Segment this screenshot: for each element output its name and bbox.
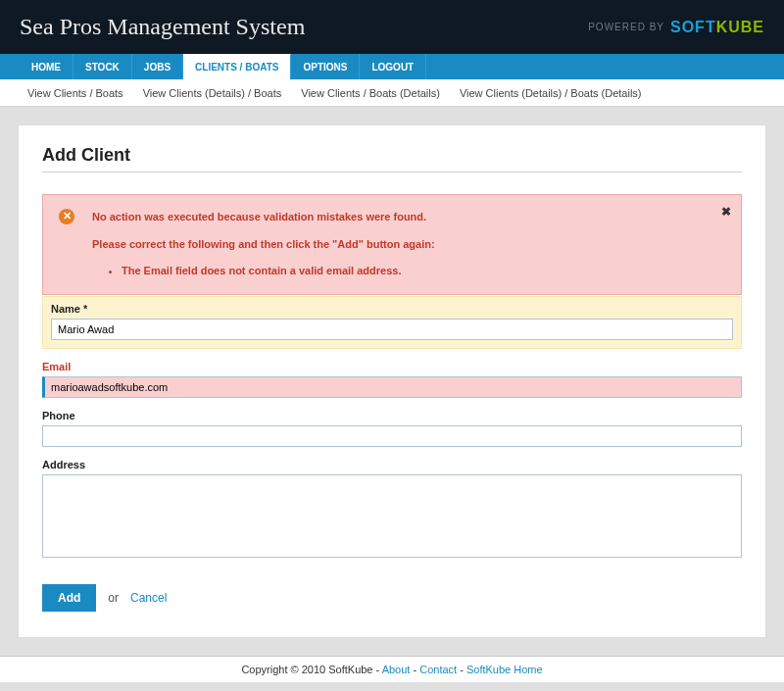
email-label: Email [42,361,742,372]
form-actions: Add or Cancel [42,584,742,612]
footer-home-link[interactable]: SoftKube Home [466,664,543,675]
phone-label: Phone [42,410,742,421]
nav-clients-boats[interactable]: CLIENTS / BOATS [183,54,291,79]
name-label: Name * [51,303,733,315]
footer: Copyright © 2010 SoftKube - About - Cont… [0,656,784,682]
alert-error-item: The Email field does not contain a valid… [122,263,725,280]
field-address: Address [42,459,742,561]
error-icon: ✕ [59,209,74,224]
address-input[interactable] [42,474,742,558]
address-label: Address [42,459,742,470]
main-nav: HOME STOCK JOBS CLIENTS / BOATS OPTIONS … [0,54,784,79]
app-title: Sea Pros Management System [20,14,305,40]
field-phone: Phone [42,410,742,447]
name-input[interactable] [51,319,733,340]
alert-close-button[interactable]: ✖ [721,203,731,222]
footer-sep-2: - [460,664,466,675]
nav-logout[interactable]: LOGOUT [360,54,426,79]
subnav-item-1[interactable]: View Clients / Boats [27,87,123,99]
logo-soft: SOFT [670,19,716,36]
footer-about-link[interactable]: About [382,664,411,675]
app-header: Sea Pros Management System POWERED BY SO… [0,0,784,54]
softkube-logo[interactable]: SOFTKUBE [670,19,764,36]
email-input[interactable] [42,376,742,398]
field-name: Name * [42,296,742,349]
alert-line-2: Please correct the following and then cl… [92,236,725,254]
subnav-item-4[interactable]: View Clients (Details) / Boats (Details) [460,87,642,99]
form-card: Add Client ✕ ✖ No action was executed be… [18,124,766,638]
powered-by: POWERED BY SOFTKUBE [588,19,764,36]
field-email: Email [42,361,742,398]
sub-nav: View Clients / Boats View Clients (Detai… [0,79,784,107]
nav-stock[interactable]: STOCK [74,54,132,79]
or-text: or [108,591,119,605]
page-title: Add Client [42,145,742,173]
footer-copyright: Copyright © 2010 SoftKube - [241,664,381,675]
powered-by-label: POWERED BY [588,22,664,32]
nav-jobs[interactable]: JOBS [132,54,183,79]
content-wrap: Add Client ✕ ✖ No action was executed be… [0,107,784,656]
alert-line-1: No action was executed because validatio… [92,209,725,226]
logo-kube: KUBE [716,19,764,36]
subnav-item-3[interactable]: View Clients / Boats (Details) [301,87,440,99]
nav-options[interactable]: OPTIONS [291,54,360,79]
add-button[interactable]: Add [42,584,96,612]
footer-contact-link[interactable]: Contact [419,664,457,675]
subnav-item-2[interactable]: View Clients (Details) / Boats [143,87,282,99]
validation-alert: ✕ ✖ No action was executed because valid… [42,194,742,295]
phone-input[interactable] [42,425,742,447]
nav-home[interactable]: HOME [20,54,74,79]
cancel-link[interactable]: Cancel [130,591,167,605]
